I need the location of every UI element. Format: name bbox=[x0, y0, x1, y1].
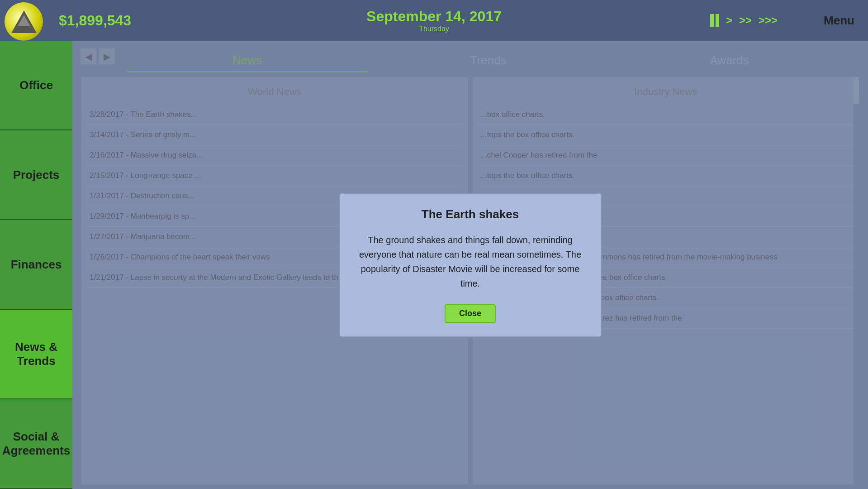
modal-overlay: The Earth shakes The ground shakes and t… bbox=[72, 41, 868, 489]
sidebar-label-social: Social &Agreements bbox=[2, 430, 70, 458]
logo-pyramid-icon bbox=[11, 10, 37, 33]
modal-title: The Earth shakes bbox=[358, 207, 583, 221]
sidebar-item-office[interactable]: Office bbox=[0, 41, 72, 130]
date-section: September 14, 2017 Thursday bbox=[366, 8, 502, 33]
modal-close-button[interactable]: Close bbox=[445, 304, 496, 323]
speed-1-button[interactable]: > bbox=[726, 14, 732, 27]
speed-3-button[interactable]: >>> bbox=[759, 14, 778, 27]
top-bar: $1,899,543 September 14, 2017 Thursday >… bbox=[0, 0, 868, 41]
modal-dialog: The Earth shakes The ground shakes and t… bbox=[339, 193, 602, 337]
logo bbox=[5, 2, 43, 41]
sidebar-item-social[interactable]: Social &Agreements bbox=[0, 399, 72, 489]
sidebar-label-finances: Finances bbox=[11, 258, 62, 272]
menu-button[interactable]: Menu bbox=[824, 14, 854, 28]
sidebar-item-news-trends[interactable]: News &Trends bbox=[0, 310, 72, 399]
pause-bar-left bbox=[710, 14, 714, 27]
speed-2-button[interactable]: >> bbox=[739, 14, 752, 27]
sidebar-label-projects: Projects bbox=[13, 168, 60, 182]
sidebar-label-office: Office bbox=[19, 78, 53, 92]
main-content: ◀ ▶ News Trends Awards World News 3/28/2… bbox=[72, 41, 868, 489]
money-display: $1,899,543 bbox=[59, 12, 131, 29]
day-display: Thursday bbox=[366, 25, 502, 33]
sidebar-item-finances[interactable]: Finances bbox=[0, 220, 72, 310]
sidebar-label-news-trends: News &Trends bbox=[15, 340, 57, 368]
pause-button[interactable] bbox=[710, 14, 719, 27]
sidebar: Office Projects Finances News &Trends So… bbox=[0, 41, 72, 489]
pause-bar-right bbox=[716, 14, 719, 27]
sidebar-item-projects[interactable]: Projects bbox=[0, 130, 72, 220]
modal-body: The ground shakes and things fall down, … bbox=[358, 233, 583, 291]
date-display: September 14, 2017 bbox=[366, 8, 502, 25]
speed-controls: > >> >>> bbox=[710, 14, 778, 27]
